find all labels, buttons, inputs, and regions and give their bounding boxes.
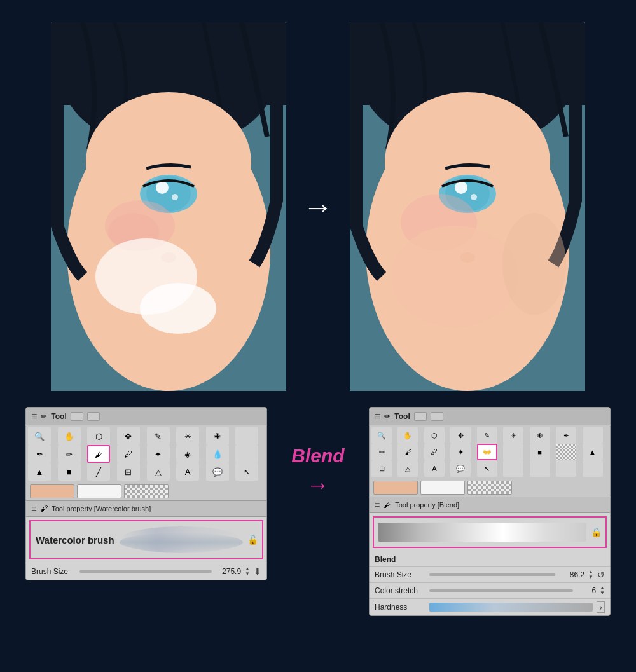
white-color-swatch[interactable] xyxy=(77,484,121,498)
transition-arrow: → xyxy=(286,189,350,224)
rotate-tool-r[interactable]: ⬡ xyxy=(424,427,445,444)
balloon-tool-r[interactable]: 💬 xyxy=(450,460,471,477)
pen2-tool[interactable]: ✒ xyxy=(28,445,51,463)
empty5-tool-r xyxy=(556,460,576,477)
text-tool-r[interactable]: A xyxy=(424,460,445,477)
balloon-tool[interactable]: 💬 xyxy=(206,463,229,481)
blend-label: Blend xyxy=(291,445,344,467)
pen-tool[interactable]: ✎ xyxy=(147,427,170,445)
brush-size-slider-right[interactable] xyxy=(429,573,555,576)
text-tool[interactable]: A xyxy=(176,463,199,481)
water-tool[interactable]: 💧 xyxy=(206,445,229,463)
hand-tool[interactable]: ✋ xyxy=(58,427,81,445)
checker-tool-r[interactable] xyxy=(556,444,576,460)
sparkle-tool[interactable]: ✦ xyxy=(147,445,170,463)
color-stretch-slider[interactable] xyxy=(429,589,573,592)
triangle-tool-r[interactable]: △ xyxy=(398,460,418,477)
lock-icon-left[interactable]: 🔓 xyxy=(247,535,258,545)
empty-tool xyxy=(235,427,258,445)
marker-tool[interactable]: 🖊 xyxy=(117,445,140,463)
rotate-tool[interactable]: ⬡ xyxy=(87,427,110,445)
frame-tool[interactable]: ⊞ xyxy=(117,463,140,481)
zoom-tool-r[interactable]: 🔍 xyxy=(371,427,392,444)
menu-icon-right[interactable]: ≡ xyxy=(375,411,380,422)
empty4-tool-r xyxy=(530,460,550,477)
tab-icon-2[interactable] xyxy=(87,412,100,421)
download-icon-left[interactable]: ⬇ xyxy=(254,566,261,577)
shape-tool-r[interactable]: ▲ xyxy=(583,444,603,460)
marker-tool-r[interactable]: 🖊 xyxy=(424,444,445,460)
fill-tool[interactable]: ■ xyxy=(58,463,81,481)
brush-size-label-left: Brush Size xyxy=(31,567,76,576)
left-tool-panel: ≡ ✏ Tool 🔍 ✋ ⬡ ✥ ✎ ✳ ✙ ✒ ✏ 🖌 🖊 ✦ ◈ 💧 xyxy=(25,407,267,580)
svg-point-13 xyxy=(140,283,216,334)
color-swatches-right xyxy=(370,479,610,497)
artwork-before xyxy=(51,22,286,391)
select-tool[interactable]: ↖ xyxy=(235,463,258,481)
color-stretch-stepper[interactable]: ▲▼ xyxy=(600,586,605,596)
hardness-slider[interactable] xyxy=(429,603,593,612)
empty2-tool-r xyxy=(503,444,523,460)
brush-tool[interactable]: 🖌 xyxy=(87,445,110,463)
skin-swatch-right[interactable] xyxy=(373,481,418,495)
svg-point-26 xyxy=(502,213,566,315)
hardness-expand[interactable]: › xyxy=(597,601,605,613)
brush-stroke-curve xyxy=(120,533,243,552)
select-tool-r[interactable]: ↖ xyxy=(477,460,497,477)
zoom-tool[interactable]: 🔍 xyxy=(28,427,51,445)
eraser-tool[interactable]: ◈ xyxy=(176,445,199,463)
tool-property-title-right: Tool property [Blend] xyxy=(395,501,459,509)
tool-tab-left[interactable]: Tool xyxy=(51,412,66,421)
empty2-tool xyxy=(235,445,258,463)
line-tool[interactable]: ╱ xyxy=(87,463,110,481)
pencil-tool[interactable]: ✏ xyxy=(58,445,81,463)
star-tool[interactable]: ✳ xyxy=(176,427,199,445)
empty3-tool-r xyxy=(503,460,523,477)
checker-swatch-right[interactable] xyxy=(467,481,512,495)
white-swatch-right[interactable] xyxy=(420,481,465,495)
pencil-icon-left: ✏ xyxy=(41,412,47,421)
empty6-tool-r xyxy=(583,460,603,477)
sparkle-tool-r[interactable]: ✦ xyxy=(450,444,471,460)
eyedrop-tool[interactable]: ✙ xyxy=(206,427,229,445)
checker-swatch[interactable] xyxy=(124,484,169,498)
pencil-tool-r[interactable]: ✏ xyxy=(371,444,392,460)
left-panel-header: ≡ ✏ Tool xyxy=(26,408,266,425)
star-tool-r[interactable]: ✳ xyxy=(503,427,523,444)
hardness-label: Hardness xyxy=(375,603,425,612)
brush-size-slider-left[interactable] xyxy=(80,570,212,573)
pencil-icon-right: ✏ xyxy=(384,412,391,421)
tab-icon-r2[interactable] xyxy=(431,412,443,421)
pen2-tool-r[interactable]: ✒ xyxy=(556,427,576,444)
shape-tool[interactable]: ▲ xyxy=(28,463,51,481)
property-menu-icon: ≡ xyxy=(31,504,36,514)
move-tool-r[interactable]: ✥ xyxy=(450,427,471,444)
svg-point-25 xyxy=(391,226,518,327)
svg-point-7 xyxy=(156,181,169,194)
hand-tool-r[interactable]: ✋ xyxy=(398,427,418,444)
reset-icon-right[interactable]: ↺ xyxy=(597,570,605,580)
eyedrop-tool-r[interactable]: ✙ xyxy=(530,427,550,444)
brush-size-stepper-right[interactable]: ▲▼ xyxy=(588,570,593,580)
menu-icon-left[interactable]: ≡ xyxy=(31,411,37,422)
fill-tool-r[interactable]: ■ xyxy=(530,444,550,460)
lock-icon-right[interactable]: 🔒 xyxy=(591,527,602,537)
frame-tool-r[interactable]: ⊞ xyxy=(371,460,392,477)
move-tool[interactable]: ✥ xyxy=(117,427,140,445)
brush-size-label-right: Brush Size xyxy=(375,570,425,579)
blend-name-text: Blend xyxy=(375,555,396,564)
tab-icon-r1[interactable] xyxy=(414,412,427,421)
blend-tool-r[interactable]: 👐 xyxy=(477,444,497,460)
top-section: → xyxy=(0,0,636,407)
tool-property-title-left: Tool property [Watercolor brush] xyxy=(52,505,151,512)
brush-size-value-right: 86.2 xyxy=(559,570,584,579)
triangle-tool[interactable]: △ xyxy=(147,463,170,481)
property-menu-icon-r: ≡ xyxy=(375,500,380,510)
skin-color-swatch[interactable] xyxy=(30,484,74,498)
tool-tab-right[interactable]: Tool xyxy=(394,412,410,421)
brush-size-stepper-left[interactable]: ▲ ▼ xyxy=(245,566,250,577)
tab-icon-1[interactable] xyxy=(71,412,83,421)
svg-point-8 xyxy=(172,194,178,200)
brush-tool-r[interactable]: 🖌 xyxy=(398,444,418,460)
pen-tool-r[interactable]: ✎ xyxy=(477,427,497,444)
